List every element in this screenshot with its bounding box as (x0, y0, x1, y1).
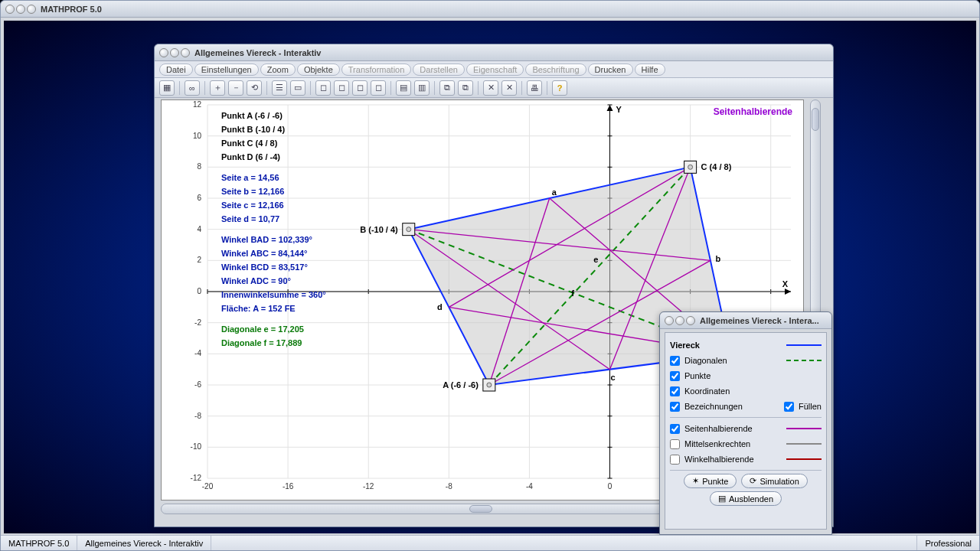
refresh-icon: ⟳ (750, 476, 756, 486)
statusbar: MATHPROF 5.0 Allgemeines Viereck - Inter… (1, 535, 979, 550)
zoom-in-icon[interactable]: ＋ (210, 80, 225, 96)
toolbar-button[interactable]: ▦ (159, 80, 175, 96)
toolbar-button[interactable]: ✕ (483, 80, 498, 96)
app-titlebar[interactable]: MATHPROF 5.0 (1, 1, 979, 18)
statusbar-doc: Allgemeines Viereck - Interaktiv (77, 536, 211, 550)
window-sys-button[interactable] (665, 316, 674, 325)
legend-diagonalen-label: Diagonalen (684, 356, 782, 365)
svg-text:-2: -2 (194, 318, 201, 327)
legend-viereck-sample (786, 344, 822, 346)
statusbar-app: MATHPROF 5.0 (1, 536, 77, 550)
scrollbar-thumb[interactable] (812, 108, 819, 131)
svg-text:4: 4 (197, 225, 201, 233)
legend-diagonalen-sample (786, 360, 822, 361)
app-title: MATHPROF 5.0 (41, 5, 102, 14)
zoom-reset-icon[interactable]: ⟲ (247, 80, 262, 96)
legend-winkelhalbierende-sample (786, 458, 822, 460)
svg-marker-66 (607, 105, 613, 111)
menu-datei[interactable]: Datei (159, 64, 193, 76)
legend-seitenhalbierende-sample (786, 428, 822, 429)
punkte-button-label: Punkte (702, 477, 728, 486)
toolbar-button[interactable]: ▤ (396, 80, 411, 96)
options-panel-title: Allgemeines Viereck - Intera... (700, 316, 819, 325)
svg-point-93 (688, 165, 693, 169)
svg-text:0: 0 (608, 482, 612, 491)
svg-text:b: b (716, 254, 721, 263)
checkbox-bezeichnungen[interactable] (670, 402, 680, 412)
menu-objekte[interactable]: Objekte (297, 64, 340, 76)
toolbar-button[interactable]: ⧉ (458, 80, 473, 96)
menu-drucken[interactable]: Drucken (588, 64, 633, 76)
svg-text:12: 12 (193, 100, 202, 109)
checkbox-koordinaten[interactable] (670, 386, 680, 396)
toolbar-button[interactable]: ◻ (352, 80, 368, 96)
ausblenden-button[interactable]: ▤Ausblenden (710, 491, 782, 506)
svg-text:-6: -6 (194, 380, 201, 389)
window-sys-button[interactable] (5, 5, 15, 14)
print-icon[interactable]: 🖶 (527, 80, 542, 96)
svg-text:0: 0 (197, 287, 201, 295)
simulation-button-label: Simulation (760, 477, 799, 486)
document-title: Allgemeines Viereck - Interaktiv (194, 48, 322, 57)
punkte-button[interactable]: ✶Punkte (684, 474, 737, 488)
toolbar-button[interactable]: ◻ (315, 80, 331, 96)
svg-text:c: c (610, 373, 615, 382)
menu-einstellungen[interactable]: Einstellungen (194, 64, 259, 76)
svg-text:Y: Y (616, 105, 622, 114)
svg-text:-4: -4 (194, 349, 201, 357)
window-sys-button[interactable] (181, 48, 190, 57)
checkbox-diagonalen[interactable] (670, 356, 680, 366)
toolbar: ▦ ∞ ＋ － ⟲ ☰ ▭ ◻ ◻ ◻ ◻ ▤ ▥ ⧉ ⧉ (155, 78, 833, 98)
checkbox-fuellen[interactable] (784, 402, 794, 412)
toolbar-button[interactable]: ▭ (290, 80, 305, 96)
menubar: DateiEinstellungenZoomObjekteTransformat… (155, 61, 833, 78)
svg-point-87 (487, 383, 492, 387)
menu-hilfe[interactable]: Hilfe (635, 64, 665, 76)
svg-text:f: f (571, 289, 574, 298)
legend-winkelhalbierende-label: Winkelhalbierende (684, 455, 782, 464)
window-sys-button[interactable] (170, 48, 179, 57)
window-sys-button[interactable] (159, 48, 168, 57)
crosshair-icon: ✶ (692, 476, 699, 486)
app-client-area: Allgemeines Viereck - Interaktiv DateiEi… (4, 21, 976, 533)
document-titlebar[interactable]: Allgemeines Viereck - Interaktiv (155, 44, 833, 61)
menu-zoom[interactable]: Zoom (260, 64, 296, 76)
checkbox-mittelsenkrechten[interactable] (670, 439, 680, 449)
toolbar-button[interactable]: ▥ (414, 80, 430, 96)
legend-fuellen-label: Füllen (799, 402, 822, 411)
ausblenden-button-label: Ausblenden (729, 494, 773, 504)
window-sys-button[interactable] (686, 316, 695, 325)
menu-beschriftung: Beschriftung (525, 64, 586, 76)
app-window: MATHPROF 5.0 Allgemeines Viereck - Inter… (0, 0, 980, 551)
svg-text:2: 2 (197, 256, 201, 264)
svg-text:-4: -4 (526, 482, 533, 491)
toolbar-glasses-icon[interactable]: ∞ (185, 80, 200, 96)
hide-icon: ▤ (718, 494, 726, 504)
svg-text:-8: -8 (446, 482, 452, 491)
svg-text:-12: -12 (363, 482, 374, 491)
window-sys-button[interactable] (675, 316, 684, 325)
menu-eigenschaft: Eigenschaft (466, 64, 524, 76)
window-sys-button[interactable] (27, 5, 36, 14)
window-sys-button[interactable] (16, 5, 25, 14)
help-icon[interactable]: ? (552, 80, 567, 96)
options-panel-body: Viereck Diagonalen Punkte Koordinaten (665, 332, 827, 530)
svg-text:-12: -12 (191, 474, 202, 482)
toolbar-button[interactable]: ◻ (334, 80, 349, 96)
svg-text:a: a (552, 187, 557, 197)
simulation-button[interactable]: ⟳Simulation (741, 474, 807, 488)
checkbox-winkelhalbierende[interactable] (670, 455, 680, 465)
legend-viereck-label: Viereck (670, 341, 782, 350)
svg-text:-16: -16 (283, 482, 294, 491)
toolbar-button[interactable]: ⧉ (439, 80, 455, 96)
options-panel-titlebar[interactable]: Allgemeines Viereck - Intera... (660, 312, 831, 329)
toolbar-button[interactable]: ✕ (501, 80, 517, 96)
checkbox-punkte[interactable] (670, 371, 680, 381)
zoom-out-icon[interactable]: － (228, 80, 243, 96)
toolbar-button[interactable]: ☰ (272, 80, 287, 96)
scrollbar-thumb[interactable] (469, 505, 492, 513)
svg-point-90 (407, 227, 411, 232)
legend-bezeichnungen-label: Bezeichnungen (684, 402, 779, 411)
checkbox-seitenhalbierende[interactable] (670, 424, 680, 434)
toolbar-button[interactable]: ◻ (371, 80, 386, 96)
